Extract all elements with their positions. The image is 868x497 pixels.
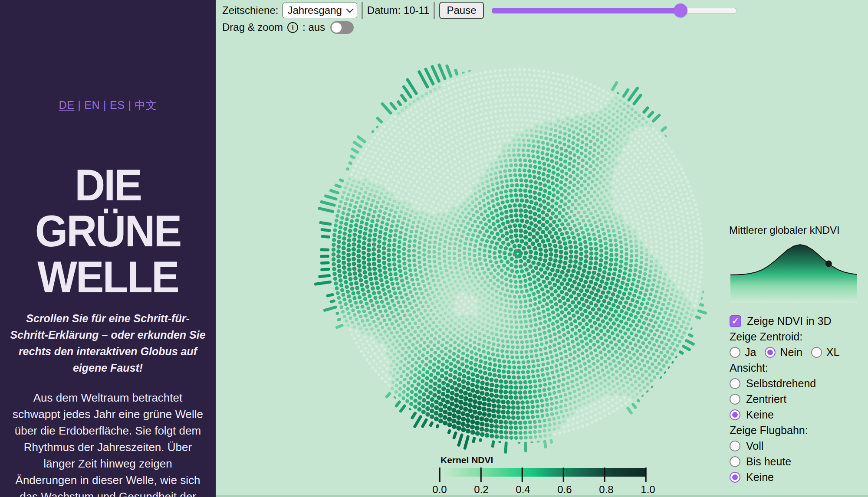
globe-dot — [482, 299, 485, 302]
dragzoom-toggle[interactable] — [330, 21, 354, 34]
globe-dot — [655, 213, 658, 216]
globe-dot — [573, 104, 576, 107]
globe-dot — [483, 288, 487, 291]
globe-dot — [438, 413, 443, 418]
globe-dot — [429, 236, 432, 239]
info-icon[interactable]: i — [287, 22, 298, 33]
globe-dot — [528, 69, 531, 72]
globe-dot — [444, 264, 447, 268]
globe-dot — [518, 315, 522, 319]
globe-dot — [483, 317, 486, 320]
globe-dot — [681, 215, 684, 218]
globe-dot — [352, 180, 355, 183]
language-link-0[interactable]: DE — [59, 99, 75, 111]
globe-dot — [608, 161, 611, 165]
globe-dot — [335, 214, 339, 218]
timescale-select[interactable]: Jahresgang — [283, 3, 357, 18]
globe-dot — [488, 372, 492, 376]
globe-dot — [377, 147, 380, 150]
language-link-1[interactable]: EN — [84, 99, 100, 111]
globe-dot — [648, 274, 651, 278]
globe-dot — [490, 304, 493, 307]
globe-dot — [592, 130, 595, 133]
globe-dot — [588, 319, 592, 323]
globe-dot — [587, 284, 591, 288]
globe-dot — [520, 128, 523, 131]
globe-dot — [661, 154, 664, 157]
globe-dot — [499, 292, 503, 295]
language-link-2[interactable]: ES — [110, 99, 125, 111]
globe-dot — [627, 278, 631, 282]
globe-dot — [638, 227, 641, 230]
globe-dot — [506, 260, 510, 264]
globe-dot — [408, 302, 411, 305]
globe-dot — [520, 290, 524, 294]
globe-dot — [616, 141, 619, 144]
globe-dot — [551, 360, 554, 363]
globe-dot — [591, 101, 594, 104]
globe-dot — [413, 263, 417, 267]
globe-dot — [647, 222, 650, 225]
radio-flugbahn-keine[interactable] — [730, 472, 740, 483]
radio-zentroid-xl[interactable] — [811, 347, 822, 358]
globe-dot — [520, 199, 524, 203]
globe-dot — [684, 234, 687, 237]
radio-zentroid-ja[interactable] — [730, 347, 740, 358]
globe-dot — [390, 349, 393, 352]
globe-dot — [599, 314, 603, 318]
radio-flugbahn-voll[interactable] — [730, 441, 740, 451]
globe-dot — [487, 96, 490, 99]
globe-dot — [533, 196, 537, 200]
globe-dot — [586, 305, 591, 309]
globe-dot — [546, 158, 549, 162]
globe-dot — [562, 333, 566, 337]
globe-dot — [486, 214, 490, 218]
globe-dot — [391, 204, 395, 207]
globe-dot — [509, 98, 512, 101]
globe-dot — [519, 350, 523, 354]
globe-dot — [396, 371, 400, 375]
globe-dot — [425, 320, 428, 324]
globe-dot — [578, 89, 581, 92]
globe-dot — [466, 198, 469, 201]
globe-dot — [567, 288, 572, 293]
time-slider-thumb[interactable] — [674, 3, 687, 17]
globe-dot — [585, 87, 588, 90]
radio-flugbahn-bis-heute[interactable] — [730, 456, 740, 467]
globe-dot — [449, 120, 452, 123]
globe-dot — [414, 273, 418, 277]
globe-dot — [509, 209, 513, 213]
globe-dot — [593, 148, 596, 152]
globe-dot — [585, 81, 588, 84]
globe-dot — [542, 146, 546, 150]
radio-ansicht-keine[interactable] — [730, 409, 740, 420]
globe-dot — [483, 356, 487, 360]
globe-dot — [344, 222, 348, 226]
radio-ansicht-selbstdrehend[interactable] — [730, 378, 740, 389]
time-slider[interactable] — [492, 2, 737, 19]
radio-ansicht-zentriert[interactable] — [730, 394, 740, 405]
globe-dot — [575, 115, 579, 118]
globe-dot — [468, 252, 471, 256]
globe-dot — [638, 185, 641, 188]
globe-dot — [448, 114, 451, 118]
globe-dot — [404, 304, 408, 308]
language-link-3[interactable]: 中文 — [135, 99, 157, 111]
globe-dot — [468, 95, 471, 98]
globe-visualization[interactable] — [303, 39, 733, 468]
globe-dot — [332, 262, 336, 266]
globe-dot — [458, 305, 461, 308]
globe-dot — [496, 135, 500, 138]
globe-dot — [395, 296, 399, 300]
globe-dot — [393, 129, 396, 132]
pause-button[interactable]: Pause — [439, 2, 483, 19]
globe-dot — [547, 71, 550, 74]
globe-dot — [562, 121, 565, 124]
globe-dot — [653, 310, 657, 314]
globe-dot — [437, 292, 441, 296]
globe-dot — [660, 242, 663, 245]
globe-dot — [463, 407, 468, 412]
globe-extruded-bar — [410, 411, 417, 420]
radio-zentroid-nein[interactable] — [765, 347, 776, 358]
ndvi3d-checkbox[interactable]: ✓ — [730, 315, 741, 327]
